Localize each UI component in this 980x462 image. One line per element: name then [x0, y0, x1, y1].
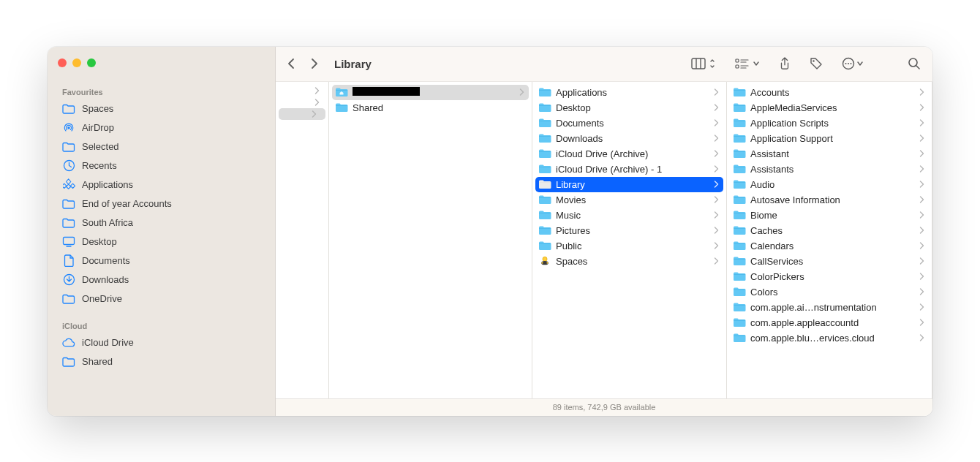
- file-row[interactable]: com.apple.blu…ervices.cloud: [727, 330, 932, 346]
- close-window-button[interactable]: [58, 58, 67, 67]
- tags-button[interactable]: [810, 57, 823, 70]
- file-row[interactable]: Assistant: [727, 146, 932, 162]
- svg-point-17: [848, 63, 849, 64]
- chevron-right-icon: [919, 150, 924, 157]
- folder-icon: [538, 179, 551, 189]
- file-row[interactable]: Movies: [532, 192, 726, 208]
- file-row-label: [353, 87, 515, 98]
- file-row[interactable]: iCloud Drive (Archive) - 1: [532, 162, 726, 177]
- sidebar-item[interactable]: iCloud Drive: [48, 333, 275, 352]
- file-row[interactable]: Biome: [727, 208, 932, 223]
- folder-icon: [733, 164, 746, 174]
- column-2[interactable]: ApplicationsDesktopDocumentsDownloadsiCl…: [532, 82, 727, 398]
- sidebar-item[interactable]: Shared: [48, 352, 275, 371]
- file-row[interactable]: [332, 85, 529, 100]
- file-row[interactable]: Autosave Information: [727, 192, 932, 208]
- file-row-label: Movies: [556, 194, 709, 205]
- sidebar-section-icloud: iCloud: [48, 319, 275, 333]
- file-row[interactable]: Accounts: [727, 85, 932, 100]
- chevron-right-icon: [919, 273, 924, 280]
- folder-icon: [733, 148, 746, 159]
- chevron-right-icon: [312, 110, 317, 118]
- chevron-right-icon: [714, 119, 719, 126]
- file-row[interactable]: Music: [532, 208, 726, 223]
- file-row[interactable]: [276, 96, 328, 108]
- group-by-button[interactable]: [735, 58, 760, 69]
- column-1[interactable]: Shared: [329, 82, 532, 398]
- downloads-icon: [62, 274, 75, 286]
- sidebar-item[interactable]: South Africa: [48, 213, 275, 232]
- sidebar-item[interactable]: Applications: [48, 175, 275, 194]
- file-row[interactable]: [279, 108, 325, 120]
- file-row[interactable]: ColorPickers: [727, 269, 932, 284]
- file-row[interactable]: Desktop: [532, 100, 726, 116]
- sidebar-item[interactable]: Desktop: [48, 232, 275, 251]
- file-row[interactable]: Assistants: [727, 162, 932, 177]
- file-row-label: ColorPickers: [750, 271, 915, 282]
- chevron-right-icon: [919, 288, 924, 295]
- folder-icon: [335, 102, 348, 113]
- search-button[interactable]: [908, 57, 921, 70]
- chevron-right-icon: [919, 135, 924, 142]
- desktop-icon: [62, 236, 75, 248]
- column-3[interactable]: AccountsAppleMediaServicesApplication Sc…: [727, 82, 932, 398]
- sidebar-item[interactable]: Recents: [48, 156, 275, 175]
- file-row[interactable]: Application Scripts: [727, 116, 932, 131]
- folder-icon: [62, 217, 75, 229]
- chevron-right-icon: [714, 135, 719, 142]
- chevron-right-icon: [714, 165, 719, 173]
- file-row[interactable]: com.apple.ai…nstrumentation: [727, 300, 932, 315]
- file-row[interactable]: Application Support: [727, 131, 932, 146]
- file-row[interactable]: Public: [532, 238, 726, 254]
- file-row-label: Assistant: [750, 148, 915, 159]
- file-row[interactable]: Audio: [727, 177, 932, 192]
- file-row-label: Application Scripts: [750, 118, 915, 129]
- view-mode-button[interactable]: [691, 58, 716, 69]
- file-row[interactable]: Pictures: [532, 223, 726, 238]
- nav-back-button[interactable]: [287, 58, 295, 69]
- nav-forward-button[interactable]: [310, 58, 318, 69]
- file-row[interactable]: Calendars: [727, 238, 932, 254]
- minimize-window-button[interactable]: [72, 58, 81, 67]
- file-row[interactable]: Caches: [727, 223, 932, 238]
- file-row[interactable]: Library: [535, 177, 723, 192]
- sidebar-item[interactable]: OneDrive: [48, 289, 275, 308]
- column-0[interactable]: [276, 82, 329, 398]
- file-row[interactable]: iCloud Drive (Archive): [532, 146, 726, 162]
- file-row-label: Spaces: [556, 256, 709, 267]
- file-row[interactable]: CallServices: [727, 254, 932, 269]
- sidebar-item[interactable]: Selected: [48, 137, 275, 156]
- svg-point-14: [813, 60, 814, 61]
- redacted-text: [353, 87, 420, 96]
- file-row[interactable]: [276, 85, 328, 96]
- status-text: 89 items, 742,9 GB available: [553, 403, 656, 412]
- file-row-label: Application Support: [750, 133, 915, 144]
- fullscreen-window-button[interactable]: [87, 58, 96, 67]
- sidebar-item[interactable]: Spaces: [48, 99, 275, 118]
- file-row[interactable]: com.apple.appleaccountd: [727, 315, 932, 330]
- file-row[interactable]: Documents: [532, 116, 726, 131]
- chevron-right-icon: [919, 165, 924, 173]
- file-row[interactable]: AppleMediaServices: [727, 100, 932, 116]
- file-row[interactable]: Colors: [727, 284, 932, 300]
- chevron-right-icon: [519, 88, 524, 96]
- svg-point-16: [845, 63, 847, 64]
- sidebar-item-label: Documents: [82, 255, 130, 266]
- folder-icon: [733, 194, 746, 205]
- file-row[interactable]: Shared: [329, 100, 532, 116]
- folder-icon: [733, 287, 746, 297]
- action-button[interactable]: [842, 57, 864, 70]
- chevron-right-icon: [919, 181, 924, 188]
- file-row[interactable]: Downloads: [532, 131, 726, 146]
- file-row[interactable]: Spaces: [532, 254, 726, 269]
- svg-point-19: [909, 58, 917, 67]
- sidebar-item[interactable]: Downloads: [48, 270, 275, 289]
- sidebar-item[interactable]: Documents: [48, 251, 275, 270]
- file-row[interactable]: Applications: [532, 85, 726, 100]
- share-button[interactable]: [779, 57, 791, 70]
- chevron-right-icon: [919, 319, 924, 326]
- sidebar-item[interactable]: AirDrop: [48, 118, 275, 137]
- sidebar-item[interactable]: End of year Accounts: [48, 194, 275, 213]
- file-row-label: Shared: [353, 102, 524, 113]
- chevron-right-icon: [919, 242, 924, 249]
